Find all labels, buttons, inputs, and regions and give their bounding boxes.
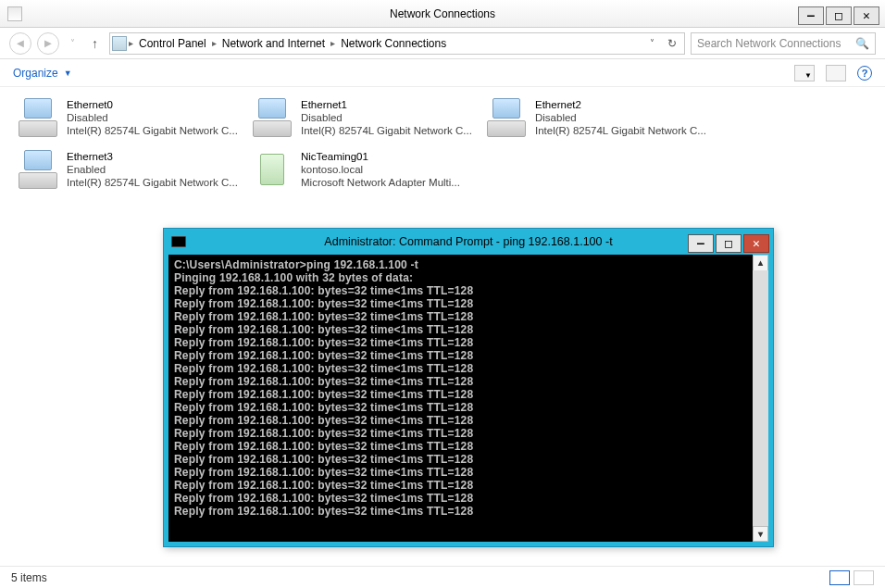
adapter-item[interactable]: Ethernet2DisabledIntel(R) 82574L Gigabit… [485,94,712,146]
chevron-right-icon: ▸ [129,38,133,48]
adapter-status: Enabled [67,163,238,176]
window-title: Network Connections [0,7,885,20]
up-button[interactable]: ↑ [86,36,104,51]
adapter-name: Ethernet3 [67,150,238,163]
breadcrumb-seg-3[interactable]: Network Connections [337,33,450,54]
cmd-line: Pinging 192.168.1.100 with 32 bytes of d… [174,271,763,284]
cmd-window[interactable]: Administrator: Command Prompt - ping 192… [163,228,774,547]
cmd-line: Reply from 192.168.1.100: bytes=32 time<… [174,466,763,479]
cmd-line: C:\Users\Administrator>ping 192.168.1.10… [174,258,763,271]
adapter-icon [253,98,292,137]
chevron-right-icon: ▸ [212,38,217,48]
maximize-button[interactable]: □ [826,6,852,25]
search-input[interactable]: Search Network Connections 🔍 [691,32,876,55]
status-item-count: 5 items [11,571,47,584]
scroll-up-icon[interactable]: ▴ [753,255,768,270]
scroll-down-icon[interactable]: ▾ [753,526,768,542]
cmd-line: Reply from 192.168.1.100: bytes=32 time<… [174,375,763,388]
adapter-desc: Intel(R) 82574L Gigabit Network C... [67,124,238,137]
adapter-name: Ethernet1 [301,98,472,111]
cmd-line: Reply from 192.168.1.100: bytes=32 time<… [174,505,763,518]
location-icon [112,36,127,51]
adapter-item[interactable]: Ethernet1DisabledIntel(R) 82574L Gigabit… [251,94,478,146]
adapter-icon [19,98,57,137]
cmd-title: Administrator: Command Prompt - ping 192… [164,235,773,248]
adapter-desc: Intel(R) 82574L Gigabit Network C... [67,176,238,189]
adapter-list: Ethernet0DisabledIntel(R) 82574L Gigabit… [0,87,885,198]
minimize-button[interactable]: — [798,6,824,25]
cmd-line: Reply from 192.168.1.100: bytes=32 time<… [174,414,763,427]
cmd-line: Reply from 192.168.1.100: bytes=32 time<… [174,427,763,440]
adapter-item[interactable]: Ethernet3EnabledIntel(R) 82574L Gigabit … [17,146,243,198]
preview-pane-button[interactable] [826,65,846,81]
cmd-line: Reply from 192.168.1.100: bytes=32 time<… [174,492,763,505]
cmd-scrollbar[interactable]: ▴ ▾ [753,255,768,542]
cmd-titlebar[interactable]: Administrator: Command Prompt - ping 192… [164,229,773,255]
organize-button[interactable]: Organize ▼ [13,67,72,80]
window-icon [7,6,22,21]
back-button[interactable]: ◄ [9,32,31,55]
cmd-line: Reply from 192.168.1.100: bytes=32 time<… [174,388,763,401]
cmd-line: Reply from 192.168.1.100: bytes=32 time<… [174,453,763,466]
adapter-desc: Microsoft Network Adapter Multi... [301,176,460,189]
cmd-line: Reply from 192.168.1.100: bytes=32 time<… [174,401,763,414]
cmd-line: Reply from 192.168.1.100: bytes=32 time<… [174,323,763,336]
adapter-status: Disabled [67,111,238,124]
view-large-icons-button[interactable] [854,570,874,585]
adapter-status: Disabled [535,111,706,124]
address-dropdown[interactable]: ˅ [644,38,660,48]
adapter-desc: Intel(R) 82574L Gigabit Network C... [301,124,472,137]
forward-button[interactable]: ► [37,32,59,55]
help-icon[interactable]: ? [857,66,872,81]
cmd-line: Reply from 192.168.1.100: bytes=32 time<… [174,284,763,297]
breadcrumb-seg-1[interactable]: Control Panel [135,33,210,54]
search-icon: 🔍 [855,37,869,50]
adapter-name: NicTeaming01 [301,150,460,163]
adapter-status: kontoso.local [301,163,460,176]
search-placeholder: Search Network Connections [697,37,841,50]
breadcrumb-seg-2[interactable]: Network and Internet [218,33,329,54]
view-details-button[interactable] [829,570,850,585]
cmd-line: Reply from 192.168.1.100: bytes=32 time<… [174,349,763,362]
organize-label: Organize [13,67,58,80]
chevron-right-icon: ▸ [330,38,335,48]
adapter-icon [487,98,526,137]
adapter-desc: Intel(R) 82574L Gigabit Network C... [535,124,706,137]
cmd-line: Reply from 192.168.1.100: bytes=32 time<… [174,479,763,492]
chevron-down-icon: ▼ [64,69,72,78]
nav-bar: ◄ ► ˅ ↑ ▸ Control Panel ▸ Network and In… [0,28,885,59]
adapter-item[interactable]: Ethernet0DisabledIntel(R) 82574L Gigabit… [17,94,243,146]
titlebar[interactable]: Network Connections — □ ✕ [0,0,885,28]
adapter-name: Ethernet2 [535,98,706,111]
refresh-button[interactable]: ↻ [662,37,682,50]
view-options-button[interactable]: ▼ [794,65,815,81]
recent-dropdown[interactable]: ˅ [65,38,81,48]
adapter-icon [19,150,57,189]
adapter-icon [253,150,292,189]
adapter-status: Disabled [301,111,472,124]
command-bar: Organize ▼ ▼ ? [0,59,885,87]
statusbar: 5 items [0,566,885,588]
close-button[interactable]: ✕ [854,6,879,25]
cmd-line: Reply from 192.168.1.100: bytes=32 time<… [174,362,763,375]
address-bar[interactable]: ▸ Control Panel ▸ Network and Internet ▸… [109,32,685,55]
cmd-line: Reply from 192.168.1.100: bytes=32 time<… [174,310,763,323]
cmd-output[interactable]: C:\Users\Administrator>ping 192.168.1.10… [168,255,768,542]
cmd-line: Reply from 192.168.1.100: bytes=32 time<… [174,297,763,310]
adapter-item[interactable]: NicTeaming01kontoso.localMicrosoft Netwo… [251,146,478,198]
cmd-line: Reply from 192.168.1.100: bytes=32 time<… [174,336,763,349]
adapter-name: Ethernet0 [67,98,238,111]
cmd-line: Reply from 192.168.1.100: bytes=32 time<… [174,440,763,453]
